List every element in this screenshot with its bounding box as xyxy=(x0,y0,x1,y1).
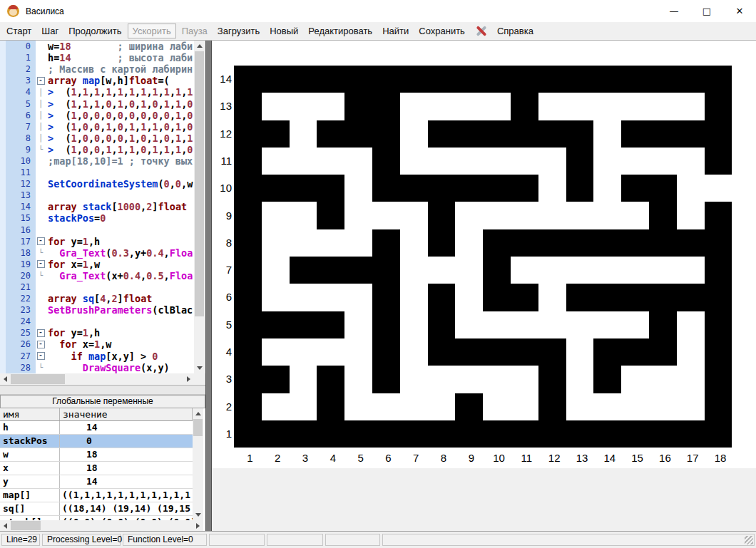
status-segment xyxy=(209,534,265,546)
tools-icon[interactable] xyxy=(474,25,489,37)
app-icon[interactable] xyxy=(7,5,19,17)
maximize-button[interactable]: □ xyxy=(690,0,723,22)
menu-item-Шаг[interactable]: Шаг xyxy=(36,24,63,38)
maze-wall-cell xyxy=(705,202,732,229)
maze-path-cell xyxy=(290,366,317,393)
minimize-button[interactable]: — xyxy=(658,0,690,22)
fold-marker-icon[interactable]: - xyxy=(36,75,46,86)
maze-path-cell xyxy=(593,311,621,338)
fold-marker-icon[interactable]: - xyxy=(36,236,46,247)
code-line: 17-for y=1,h xyxy=(6,236,194,247)
menu-item-Пауза[interactable]: Пауза xyxy=(177,24,213,38)
line-number: 28 xyxy=(6,362,36,373)
maze-path-cell xyxy=(621,93,649,120)
variables-header: имя значение xyxy=(0,408,193,421)
horizontal-splitter[interactable] xyxy=(0,385,205,395)
maze-wall-cell xyxy=(317,120,344,148)
variable-row[interactable]: h14 xyxy=(0,421,193,435)
line-number: 10 xyxy=(6,155,36,167)
code-line: 9└> (1,0,0,1,1,1,0,1,1,1,0 xyxy=(6,144,194,155)
scrollbar-thumb[interactable] xyxy=(193,419,203,436)
scroll-right-button[interactable] xyxy=(193,520,203,531)
menu-item-Справка[interactable]: Справка xyxy=(492,24,538,38)
maze-path-cell xyxy=(317,148,344,175)
variable-row[interactable]: x18 xyxy=(0,462,193,475)
maze-wall-cell xyxy=(262,175,290,202)
menu-item-Найти[interactable]: Найти xyxy=(377,24,414,38)
variables-horizontal-scrollbar[interactable] xyxy=(0,520,203,531)
maze-wall-cell xyxy=(705,284,732,311)
variable-row[interactable]: map[]((1,1,1,1,1,1,1,1,1,1,1 xyxy=(0,489,193,502)
code-text: > (1,1,1,1,1,1,1,1,1,1,1 xyxy=(46,86,194,98)
maze-path-cell xyxy=(290,393,317,420)
scrollbar-thumb[interactable] xyxy=(11,374,65,384)
maze-path-cell xyxy=(317,229,344,257)
x-axis-label: 12 xyxy=(543,452,566,464)
vertical-splitter[interactable] xyxy=(205,41,212,531)
maze-path-cell xyxy=(262,284,290,311)
maze-path-cell xyxy=(677,311,705,338)
maze-path-cell xyxy=(593,93,621,120)
scroll-up-button[interactable] xyxy=(193,408,203,419)
maze-path-cell xyxy=(649,366,677,393)
fold-marker-icon[interactable]: - xyxy=(36,351,46,362)
maze-wall-cell xyxy=(621,175,649,202)
y-axis-label: 9 xyxy=(213,210,232,222)
scroll-up-button[interactable] xyxy=(194,41,205,51)
column-header-name[interactable]: имя xyxy=(0,408,60,420)
scroll-down-icon xyxy=(197,366,203,370)
maze-wall-cell xyxy=(372,93,400,120)
fold-marker-icon[interactable]: - xyxy=(36,259,46,270)
code-editor[interactable]: 0w=18 ; ширина лаби1h=14 ; высота лаби2;… xyxy=(0,41,205,385)
fold-decoration xyxy=(36,41,46,52)
scroll-down-button[interactable] xyxy=(193,510,203,520)
variables-vertical-scrollbar[interactable] xyxy=(193,408,203,520)
variable-row[interactable]: sq[]((18,14) (19,14) (19,15 xyxy=(0,502,193,516)
variable-row[interactable]: y14 xyxy=(0,475,193,489)
scrollbar-thumb[interactable] xyxy=(195,51,204,316)
maze-wall-cell xyxy=(234,366,262,393)
maze-wall-cell xyxy=(621,229,649,257)
scroll-down-button[interactable] xyxy=(194,363,205,373)
editor-vertical-scrollbar[interactable] xyxy=(194,41,205,373)
maze-wall-cell xyxy=(262,420,290,448)
fold-decoration: │ xyxy=(36,133,46,144)
menu-item-Загрузить[interactable]: Загрузить xyxy=(213,24,265,38)
menu-item-Старт[interactable]: Старт xyxy=(1,24,36,38)
fold-marker-icon[interactable]: - xyxy=(36,327,46,338)
column-header-value[interactable]: значение xyxy=(60,408,193,420)
menu-item-Новый[interactable]: Новый xyxy=(265,24,303,38)
maze-path-cell xyxy=(538,311,566,338)
maze-path-cell xyxy=(290,202,317,229)
scroll-left-button[interactable] xyxy=(0,373,11,385)
maze-path-cell xyxy=(649,93,677,120)
fold-marker-icon[interactable]: - xyxy=(36,338,46,350)
maze-path-cell xyxy=(538,284,566,311)
maze-path-cell xyxy=(649,148,677,175)
menu-item-Ускорить[interactable]: Ускорить xyxy=(128,24,176,38)
menu-item-Продолжить[interactable]: Продолжить xyxy=(63,24,126,38)
maze-path-cell xyxy=(344,393,372,420)
scrollbar-thumb[interactable] xyxy=(11,521,41,530)
maze-wall-cell xyxy=(593,284,621,311)
menu-item-Сохранить[interactable]: Сохранить xyxy=(414,24,470,38)
toolbar: СтартШагПродолжитьУскоритьПаузаЗагрузить… xyxy=(0,22,756,41)
menu-item-Редактировать[interactable]: Редактировать xyxy=(303,24,377,38)
maze-path-cell xyxy=(593,202,621,229)
variables-rows[interactable]: h14stackPos0w18x18y14map[]((1,1,1,1,1,1,… xyxy=(0,421,193,520)
scroll-left-button[interactable] xyxy=(0,520,11,531)
line-number: 14 xyxy=(6,201,36,212)
maze-path-cell xyxy=(455,148,483,175)
scroll-right-button[interactable] xyxy=(183,373,194,385)
maze-wall-cell xyxy=(705,229,732,257)
variable-row[interactable]: stackPos0 xyxy=(0,435,193,448)
maze-wall-cell xyxy=(372,175,400,202)
code-text: Gra_Text(x+0.4,0.5,Floa xyxy=(46,270,194,281)
editor-horizontal-scrollbar[interactable] xyxy=(0,373,194,385)
close-button[interactable]: ✕ xyxy=(723,0,756,22)
code-text: stackPos=0 xyxy=(46,212,194,224)
maze-path-cell xyxy=(593,257,621,284)
editor-lines[interactable]: 0w=18 ; ширина лаби1h=14 ; высота лаби2;… xyxy=(6,41,194,373)
maze-wall-cell xyxy=(317,66,344,93)
variable-row[interactable]: w18 xyxy=(0,448,193,462)
